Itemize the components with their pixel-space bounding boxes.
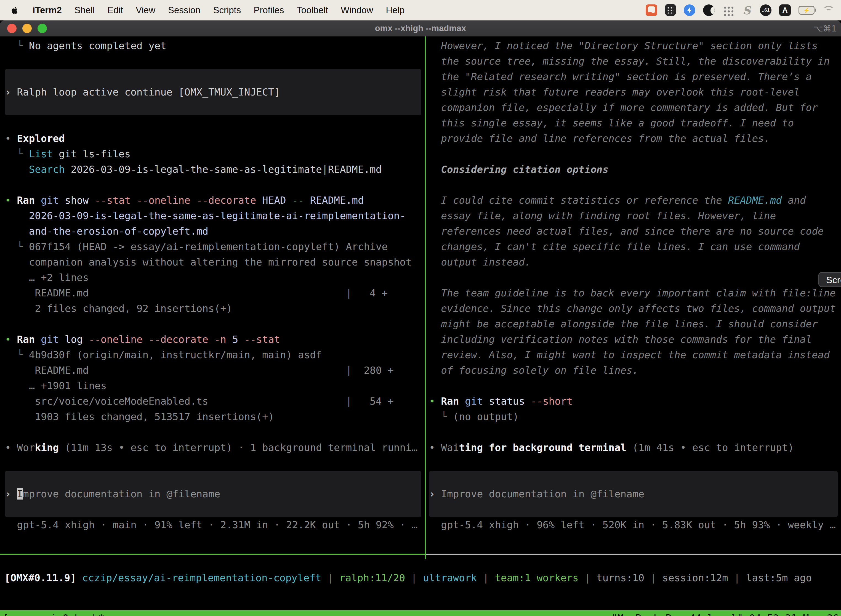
menu-item-toolbelt[interactable]: Toolbelt [297,5,328,15]
wifi-icon[interactable] [822,5,834,15]
terminal-line: gpt-5.4 xhigh · 96% left · 520K in · 5.8… [429,517,841,532]
terminal-line: └ (no output) [429,409,841,424]
terminal-line: src/voice/voiceModeEnabled.ts | 54 + [5,393,425,409]
macos-menu-bar: iTerm2ShellEditViewSessionScriptsProfile… [0,0,841,21]
pane-right-bottom-border [426,554,841,555]
chat-icon[interactable] [646,4,657,16]
tmux-pane-right[interactable]: However, I noticed the "Directory Struct… [426,37,841,558]
prompt-line: › Improve documentation in @filename [5,486,421,502]
terminal-blank-line [5,316,425,332]
terminal-line: … +2 lines [5,270,425,285]
terminal-line: └ List git ls-files [5,146,425,162]
terminal-line: … +1901 lines [5,378,425,393]
tmux-host-clock-label: "MacBook-Pro-44.local" 04:52 31-Mar-26 [611,610,841,616]
terminal-line: └ 4b9d30f (origin/main, instructkr/main,… [5,347,425,363]
terminal-blank-line [5,424,425,440]
terminal-line: references need actual files, and since … [429,224,841,239]
terminal-line: the source tree, missing the essay. Stil… [429,54,841,69]
terminal-line: README.md | 280 + [5,363,425,378]
menu-item-shell[interactable]: Shell [75,5,95,15]
terminal-line: • Waiting for background terminal (1m 41… [429,440,841,455]
terminal-line: • Ran git log --oneline --decorate -n 5 … [5,332,425,347]
prompt-history-box: › Ralph loop active continue [OMX_TMUX_I… [5,69,421,115]
terminal-area: └ No agents completed yet› Ralph loop ac… [0,37,841,616]
terminal-line: • Working (11m 13s • esc to interrupt) ·… [5,440,425,455]
terminal-line: might be acceptable alongside the file l… [429,316,841,332]
terminal-line: Considering citation options [429,162,841,177]
menu-item-help[interactable]: Help [386,5,404,15]
terminal-line: this single essay, it seems like a good … [429,115,841,131]
terminal-blank-line [5,177,425,193]
terminal-line: output instead. [429,254,841,270]
pane-left-bottom-border [0,554,425,555]
tmux-session-label: [omx-cczip0:bash* [0,610,104,616]
omx-status-bar: [OMX#0.11.9] cczip/essay/ai-reimplementa… [4,570,812,586]
screen-tooltip: Scre [818,272,841,287]
terminal-line: Search 2026-03-09-is-legal-the-same-as-l… [5,162,425,177]
menu-item-edit[interactable]: Edit [107,5,123,15]
terminal-line: review. Also, I might want to inspect th… [429,347,841,363]
menu-status-icons: S..61A⚡ [646,4,841,16]
terminal-line: The team guideline is to back every impo… [429,285,841,301]
prompt-input-box[interactable]: › Improve documentation in @filename [5,471,421,517]
terminal-blank-line [429,455,841,471]
battery-icon[interactable]: ⚡ [799,6,815,15]
prompt-line: › Ralph loop active continue [OMX_TMUX_I… [5,84,421,100]
terminal-line: gpt-5.4 xhigh · main · 91% left · 2.31M … [5,517,425,532]
prompt-input-box[interactable]: › Improve documentation in @filename [429,471,838,517]
terminal-blank-line [429,177,841,193]
terminal-line: However, I noticed the "Directory Struct… [429,38,841,54]
terminal-line: the "Related research writing" section i… [429,69,841,84]
menu-item-scripts[interactable]: Scripts [213,5,241,15]
menu-item-profiles[interactable]: Profiles [253,5,284,15]
terminal-line: evidence. Since this change only affects… [429,301,841,316]
terminal-blank-line [429,146,841,162]
blue-bolt-icon[interactable] [684,4,695,16]
iterm2-window: omx --xhigh --madmax ⌥⌘1 └ No agents com… [0,21,841,616]
terminal-line: slight risk that future readers may over… [429,84,841,100]
menu-item-view[interactable]: View [136,5,155,15]
tab-shortcut-label: ⌥⌘1 [813,24,837,34]
terminal-line: changes, I can't cite specific file line… [429,239,841,254]
badge-grid-icon[interactable] [665,4,676,16]
terminal-blank-line [5,455,425,471]
terminal-line: • Ran git show --stat --oneline --decora… [5,193,425,208]
dots-grid-icon[interactable] [722,5,733,16]
a-badge-icon[interactable]: A [779,4,791,16]
menu-items: iTerm2ShellEditViewSessionScriptsProfile… [0,5,404,16]
menu-item-iterm2[interactable]: iTerm2 [32,5,62,15]
terminal-line: including verification notes with those … [429,332,841,347]
terminal-line: └ No agents completed yet [5,38,425,54]
terminal-line: 1903 files changed, 513517 insertions(+) [5,409,425,424]
terminal-line: 2 files changed, 92 insertions(+) [5,301,425,316]
terminal-blank-line [429,378,841,393]
window-titlebar[interactable]: omx --xhigh --madmax ⌥⌘1 [0,21,841,37]
moon-circle-icon[interactable] [703,4,715,16]
terminal-line: • Explored [5,131,425,146]
menu-item-session[interactable]: Session [168,5,200,15]
terminal-line: essay file, along with finding root file… [429,208,841,224]
tmux-pane-left[interactable]: └ No agents completed yet› Ralph loop ac… [0,37,425,558]
terminal-line: • Ran git status --short [429,393,841,409]
terminal-line: I could cite commit statistics or refere… [429,193,841,208]
tmux-status-bar: [omx-cczip0:bash* "MacBook-Pro-44.local"… [0,610,841,616]
prompt-line: › Improve documentation in @filename [429,486,838,502]
terminal-line: companion analysis without altering the … [5,254,425,270]
menu-item-window[interactable]: Window [341,5,373,15]
terminal-line: └ 067f154 (HEAD -> essay/ai-reimplementa… [5,239,425,254]
terminal-line: 2026-03-09-is-legal-the-same-as-legitima… [5,208,425,224]
terminal-line: companion file, especially if more comme… [429,100,841,115]
terminal-line: provide file and line references from th… [429,131,841,146]
counter-badge-icon[interactable]: ..61 [760,4,771,16]
terminal-blank-line [5,54,425,69]
spiral-icon[interactable]: S [741,4,752,16]
apple-icon[interactable] [10,5,20,16]
window-title: omx --xhigh --madmax [0,23,841,34]
terminal-blank-line [429,424,841,440]
terminal-blank-line [429,270,841,285]
terminal-blank-line [5,115,425,131]
terminal-line: README.md | 4 + [5,285,425,301]
terminal-line: and-the-erosion-of-copyleft.md [5,224,425,239]
screen: iTerm2ShellEditViewSessionScriptsProfile… [0,0,841,616]
terminal-line: of focusing solely on file lines. [429,363,841,378]
